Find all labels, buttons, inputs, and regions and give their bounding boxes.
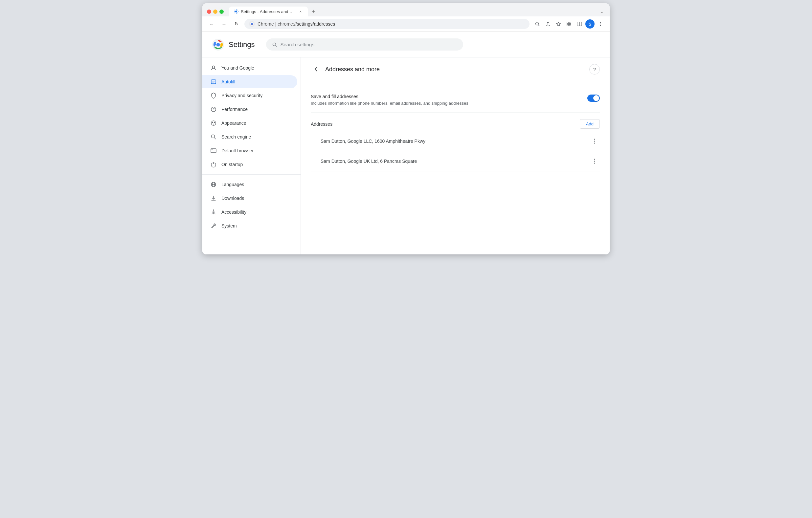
palette-icon xyxy=(210,120,217,126)
svg-point-20 xyxy=(273,43,276,45)
sidebar-item-autofill[interactable]: Autofill xyxy=(202,75,297,88)
sidebar-item-label: Languages xyxy=(222,182,244,187)
svg-point-14 xyxy=(600,22,601,23)
refresh-button[interactable]: ↻ xyxy=(232,19,241,29)
sidebar-item-performance[interactable]: Performance xyxy=(202,103,297,116)
sidebar-item-label: Accessibility xyxy=(222,209,246,215)
svg-point-47 xyxy=(594,163,595,164)
sidebar-item-system[interactable]: System xyxy=(202,219,297,233)
settings-body: You and Google Autofill xyxy=(202,57,610,254)
address-domain: Chrome | chrome:// xyxy=(258,21,297,27)
sidebar-item-default-browser[interactable]: Default browser xyxy=(202,144,297,157)
profile-button[interactable]: S xyxy=(585,19,594,29)
sidebar-item-label: You and Google xyxy=(222,65,254,70)
save-fill-toggle[interactable] xyxy=(587,95,600,102)
sidebar-item-label: Search engine xyxy=(222,134,251,140)
sidebar: You and Google Autofill xyxy=(202,57,301,254)
minimize-window-button[interactable] xyxy=(213,9,218,14)
close-window-button[interactable] xyxy=(207,9,211,14)
chrome-logo xyxy=(212,39,224,51)
chrome-menu-button[interactable] xyxy=(596,19,605,29)
maximize-window-button[interactable] xyxy=(220,9,224,14)
address-path: settings/addresses xyxy=(297,21,336,27)
svg-marker-7 xyxy=(556,22,560,26)
tab-end-controls: ⌄ xyxy=(599,7,605,16)
settings-search-bar[interactable] xyxy=(266,38,463,51)
zoom-button[interactable] xyxy=(533,19,542,29)
svg-point-22 xyxy=(212,66,215,68)
shield-icon xyxy=(210,92,217,99)
share-button[interactable] xyxy=(543,19,552,29)
svg-point-41 xyxy=(213,209,214,211)
forward-button[interactable]: → xyxy=(220,19,229,29)
add-address-button[interactable]: Add xyxy=(580,119,600,129)
svg-point-4 xyxy=(251,23,253,25)
svg-rect-10 xyxy=(567,24,569,26)
sidebar-item-accessibility[interactable]: Accessibility xyxy=(202,206,297,219)
save-fill-addresses-row: Save and fill addresses Includes informa… xyxy=(311,88,600,113)
sidebar-divider xyxy=(202,174,300,175)
back-button[interactable]: ← xyxy=(207,19,216,29)
main-content: Addresses and more ? Save and fill addre… xyxy=(301,57,610,254)
autofill-icon xyxy=(210,79,217,85)
address-bar[interactable]: Chrome | chrome:// settings/addresses xyxy=(244,19,529,29)
svg-rect-9 xyxy=(569,22,571,24)
section-header: Addresses and more ? xyxy=(311,64,600,80)
svg-point-5 xyxy=(536,22,539,25)
bookmark-button[interactable] xyxy=(554,19,563,29)
new-tab-button[interactable]: + xyxy=(309,6,318,17)
nav-bar: ← → ↻ Chrome | chrome:// settings/ad xyxy=(202,17,610,32)
tab-chevron-icon[interactable]: ⌄ xyxy=(599,7,605,16)
svg-point-15 xyxy=(600,24,601,25)
svg-rect-23 xyxy=(211,80,216,84)
page-content: Settings xyxy=(202,32,610,254)
performance-icon xyxy=(210,106,217,113)
sidebar-item-languages[interactable]: Languages xyxy=(202,178,297,191)
active-tab[interactable]: Settings - Addresses and more × xyxy=(229,6,308,17)
sidebar-item-you-and-google[interactable]: You and Google xyxy=(202,61,297,74)
sidebar-item-appearance[interactable]: Appearance xyxy=(202,117,297,130)
address-item: Sam Dutton, Google LLC, 1600 Amphitheatr… xyxy=(311,131,600,151)
wrench-icon xyxy=(210,222,217,229)
sidebar-item-label: Downloads xyxy=(222,196,244,201)
sidebar-item-search-engine[interactable]: Search engine xyxy=(202,130,297,144)
setting-info: Save and fill addresses Includes informa… xyxy=(311,94,587,106)
sidebar-item-label: Performance xyxy=(222,107,248,112)
download-icon xyxy=(210,195,217,202)
split-view-button[interactable] xyxy=(575,19,584,29)
help-button[interactable]: ? xyxy=(589,64,600,74)
address-more-button[interactable] xyxy=(589,136,600,146)
address-text: Chrome | chrome:// settings/addresses xyxy=(258,21,335,27)
sidebar-item-label: Default browser xyxy=(222,148,254,153)
svg-line-32 xyxy=(214,138,216,140)
settings-header: Settings xyxy=(202,32,610,57)
svg-point-42 xyxy=(594,139,595,140)
sidebar-item-downloads[interactable]: Downloads xyxy=(202,192,297,205)
addresses-label: Addresses xyxy=(311,121,332,127)
address-more-button[interactable] xyxy=(589,156,600,166)
svg-point-29 xyxy=(214,122,215,123)
traffic-lights xyxy=(207,9,224,14)
setting-description: Includes information like phone numbers,… xyxy=(311,100,587,106)
address-favicon-icon xyxy=(249,21,255,27)
svg-point-44 xyxy=(594,143,595,144)
svg-point-0 xyxy=(235,10,237,12)
svg-line-6 xyxy=(539,25,540,26)
sidebar-item-on-startup[interactable]: On startup xyxy=(202,158,297,171)
section-title: Addresses and more xyxy=(325,66,585,73)
settings-page-title: Settings xyxy=(229,40,255,49)
back-button[interactable] xyxy=(311,64,321,74)
tab-close-button[interactable]: × xyxy=(298,9,303,14)
browser-icon xyxy=(210,147,217,154)
person-icon xyxy=(210,65,217,71)
extensions-button[interactable] xyxy=(564,19,574,29)
toggle-thumb xyxy=(593,95,599,101)
svg-rect-11 xyxy=(569,24,571,26)
svg-point-16 xyxy=(600,25,601,26)
tab-title: Settings - Addresses and more xyxy=(241,9,296,14)
sidebar-item-privacy-security[interactable]: Privacy and security xyxy=(202,89,297,102)
svg-point-31 xyxy=(211,135,215,138)
search-input[interactable] xyxy=(281,42,457,47)
globe-icon xyxy=(210,181,217,188)
svg-point-36 xyxy=(212,149,213,150)
